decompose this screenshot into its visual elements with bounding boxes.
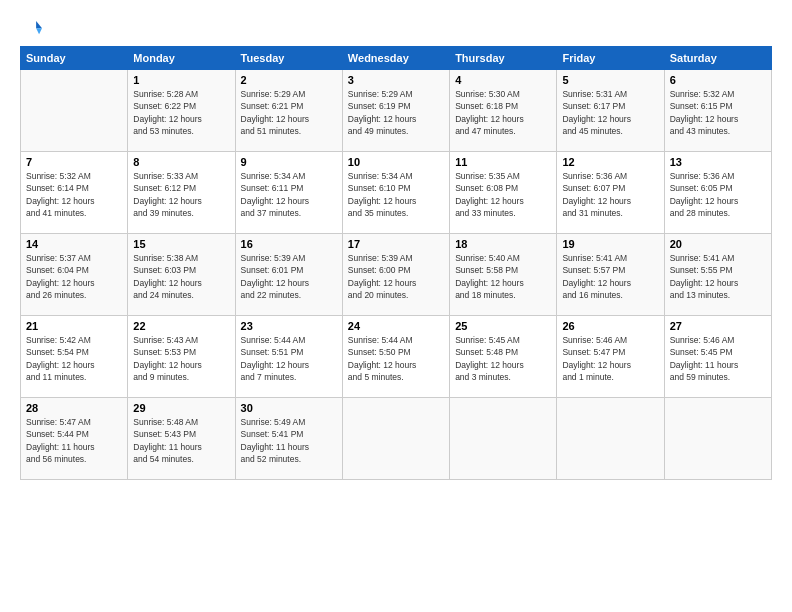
week-row-4: 21Sunrise: 5:42 AMSunset: 5:54 PMDayligh… xyxy=(21,316,772,398)
calendar-cell xyxy=(664,398,771,480)
calendar-cell: 4Sunrise: 5:30 AMSunset: 6:18 PMDaylight… xyxy=(450,70,557,152)
header-row: SundayMondayTuesdayWednesdayThursdayFrid… xyxy=(21,47,772,70)
col-header-friday: Friday xyxy=(557,47,664,70)
day-info: Sunrise: 5:42 AMSunset: 5:54 PMDaylight:… xyxy=(26,334,122,383)
day-number: 12 xyxy=(562,156,658,168)
day-info: Sunrise: 5:34 AMSunset: 6:10 PMDaylight:… xyxy=(348,170,444,219)
calendar-cell: 30Sunrise: 5:49 AMSunset: 5:41 PMDayligh… xyxy=(235,398,342,480)
day-number: 20 xyxy=(670,238,766,250)
calendar-cell xyxy=(342,398,449,480)
day-info: Sunrise: 5:32 AMSunset: 6:14 PMDaylight:… xyxy=(26,170,122,219)
col-header-thursday: Thursday xyxy=(450,47,557,70)
day-info: Sunrise: 5:41 AMSunset: 5:55 PMDaylight:… xyxy=(670,252,766,301)
day-number: 1 xyxy=(133,74,229,86)
calendar-cell: 7Sunrise: 5:32 AMSunset: 6:14 PMDaylight… xyxy=(21,152,128,234)
day-info: Sunrise: 5:48 AMSunset: 5:43 PMDaylight:… xyxy=(133,416,229,465)
day-number: 4 xyxy=(455,74,551,86)
calendar-cell: 3Sunrise: 5:29 AMSunset: 6:19 PMDaylight… xyxy=(342,70,449,152)
day-info: Sunrise: 5:31 AMSunset: 6:17 PMDaylight:… xyxy=(562,88,658,137)
day-number: 23 xyxy=(241,320,337,332)
day-info: Sunrise: 5:44 AMSunset: 5:51 PMDaylight:… xyxy=(241,334,337,383)
day-info: Sunrise: 5:38 AMSunset: 6:03 PMDaylight:… xyxy=(133,252,229,301)
day-info: Sunrise: 5:46 AMSunset: 5:47 PMDaylight:… xyxy=(562,334,658,383)
calendar-cell xyxy=(21,70,128,152)
calendar-cell: 15Sunrise: 5:38 AMSunset: 6:03 PMDayligh… xyxy=(128,234,235,316)
day-info: Sunrise: 5:35 AMSunset: 6:08 PMDaylight:… xyxy=(455,170,551,219)
day-info: Sunrise: 5:39 AMSunset: 6:00 PMDaylight:… xyxy=(348,252,444,301)
calendar-cell: 22Sunrise: 5:43 AMSunset: 5:53 PMDayligh… xyxy=(128,316,235,398)
week-row-5: 28Sunrise: 5:47 AMSunset: 5:44 PMDayligh… xyxy=(21,398,772,480)
col-header-sunday: Sunday xyxy=(21,47,128,70)
day-number: 27 xyxy=(670,320,766,332)
day-number: 7 xyxy=(26,156,122,168)
calendar-cell: 11Sunrise: 5:35 AMSunset: 6:08 PMDayligh… xyxy=(450,152,557,234)
calendar-cell: 10Sunrise: 5:34 AMSunset: 6:10 PMDayligh… xyxy=(342,152,449,234)
week-row-1: 1Sunrise: 5:28 AMSunset: 6:22 PMDaylight… xyxy=(21,70,772,152)
calendar-cell: 5Sunrise: 5:31 AMSunset: 6:17 PMDaylight… xyxy=(557,70,664,152)
day-info: Sunrise: 5:29 AMSunset: 6:21 PMDaylight:… xyxy=(241,88,337,137)
calendar-cell: 13Sunrise: 5:36 AMSunset: 6:05 PMDayligh… xyxy=(664,152,771,234)
svg-marker-1 xyxy=(36,28,42,34)
day-info: Sunrise: 5:43 AMSunset: 5:53 PMDaylight:… xyxy=(133,334,229,383)
day-number: 9 xyxy=(241,156,337,168)
day-number: 18 xyxy=(455,238,551,250)
calendar-cell xyxy=(450,398,557,480)
day-number: 3 xyxy=(348,74,444,86)
day-number: 21 xyxy=(26,320,122,332)
day-number: 6 xyxy=(670,74,766,86)
day-number: 30 xyxy=(241,402,337,414)
day-info: Sunrise: 5:33 AMSunset: 6:12 PMDaylight:… xyxy=(133,170,229,219)
day-number: 29 xyxy=(133,402,229,414)
day-info: Sunrise: 5:30 AMSunset: 6:18 PMDaylight:… xyxy=(455,88,551,137)
calendar-cell: 23Sunrise: 5:44 AMSunset: 5:51 PMDayligh… xyxy=(235,316,342,398)
calendar-cell: 6Sunrise: 5:32 AMSunset: 6:15 PMDaylight… xyxy=(664,70,771,152)
day-info: Sunrise: 5:34 AMSunset: 6:11 PMDaylight:… xyxy=(241,170,337,219)
day-info: Sunrise: 5:44 AMSunset: 5:50 PMDaylight:… xyxy=(348,334,444,383)
day-number: 16 xyxy=(241,238,337,250)
day-number: 13 xyxy=(670,156,766,168)
calendar-cell: 9Sunrise: 5:34 AMSunset: 6:11 PMDaylight… xyxy=(235,152,342,234)
day-number: 14 xyxy=(26,238,122,250)
day-info: Sunrise: 5:41 AMSunset: 5:57 PMDaylight:… xyxy=(562,252,658,301)
day-info: Sunrise: 5:46 AMSunset: 5:45 PMDaylight:… xyxy=(670,334,766,383)
col-header-wednesday: Wednesday xyxy=(342,47,449,70)
page: SundayMondayTuesdayWednesdayThursdayFrid… xyxy=(0,0,792,490)
week-row-3: 14Sunrise: 5:37 AMSunset: 6:04 PMDayligh… xyxy=(21,234,772,316)
calendar-cell: 26Sunrise: 5:46 AMSunset: 5:47 PMDayligh… xyxy=(557,316,664,398)
day-info: Sunrise: 5:32 AMSunset: 6:15 PMDaylight:… xyxy=(670,88,766,137)
day-number: 5 xyxy=(562,74,658,86)
day-number: 10 xyxy=(348,156,444,168)
logo xyxy=(20,18,44,40)
svg-marker-0 xyxy=(36,21,42,28)
day-number: 25 xyxy=(455,320,551,332)
calendar-cell: 17Sunrise: 5:39 AMSunset: 6:00 PMDayligh… xyxy=(342,234,449,316)
calendar-cell: 21Sunrise: 5:42 AMSunset: 5:54 PMDayligh… xyxy=(21,316,128,398)
day-info: Sunrise: 5:47 AMSunset: 5:44 PMDaylight:… xyxy=(26,416,122,465)
calendar-cell: 18Sunrise: 5:40 AMSunset: 5:58 PMDayligh… xyxy=(450,234,557,316)
calendar-cell: 24Sunrise: 5:44 AMSunset: 5:50 PMDayligh… xyxy=(342,316,449,398)
week-row-2: 7Sunrise: 5:32 AMSunset: 6:14 PMDaylight… xyxy=(21,152,772,234)
calendar-cell: 29Sunrise: 5:48 AMSunset: 5:43 PMDayligh… xyxy=(128,398,235,480)
col-header-saturday: Saturday xyxy=(664,47,771,70)
day-number: 17 xyxy=(348,238,444,250)
calendar-cell: 2Sunrise: 5:29 AMSunset: 6:21 PMDaylight… xyxy=(235,70,342,152)
day-info: Sunrise: 5:36 AMSunset: 6:07 PMDaylight:… xyxy=(562,170,658,219)
day-number: 15 xyxy=(133,238,229,250)
calendar-cell: 25Sunrise: 5:45 AMSunset: 5:48 PMDayligh… xyxy=(450,316,557,398)
calendar-table: SundayMondayTuesdayWednesdayThursdayFrid… xyxy=(20,46,772,480)
day-number: 22 xyxy=(133,320,229,332)
calendar-cell: 16Sunrise: 5:39 AMSunset: 6:01 PMDayligh… xyxy=(235,234,342,316)
calendar-cell: 8Sunrise: 5:33 AMSunset: 6:12 PMDaylight… xyxy=(128,152,235,234)
day-number: 2 xyxy=(241,74,337,86)
calendar-cell: 1Sunrise: 5:28 AMSunset: 6:22 PMDaylight… xyxy=(128,70,235,152)
day-info: Sunrise: 5:29 AMSunset: 6:19 PMDaylight:… xyxy=(348,88,444,137)
calendar-cell: 27Sunrise: 5:46 AMSunset: 5:45 PMDayligh… xyxy=(664,316,771,398)
day-number: 8 xyxy=(133,156,229,168)
day-number: 24 xyxy=(348,320,444,332)
day-info: Sunrise: 5:40 AMSunset: 5:58 PMDaylight:… xyxy=(455,252,551,301)
calendar-cell: 14Sunrise: 5:37 AMSunset: 6:04 PMDayligh… xyxy=(21,234,128,316)
day-number: 19 xyxy=(562,238,658,250)
col-header-tuesday: Tuesday xyxy=(235,47,342,70)
calendar-cell xyxy=(557,398,664,480)
day-info: Sunrise: 5:39 AMSunset: 6:01 PMDaylight:… xyxy=(241,252,337,301)
